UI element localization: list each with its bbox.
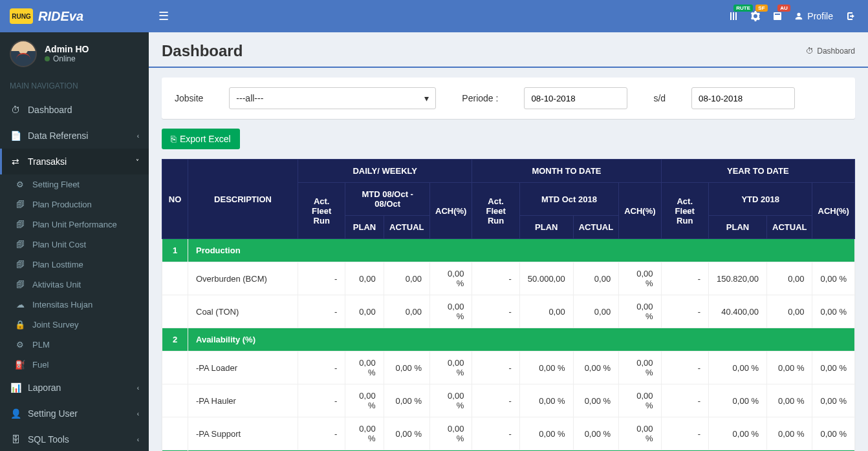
sidebar-item-setting-user[interactable]: 👤Setting User‹ (0, 401, 149, 426)
cell-desc: -PA Hauler (188, 384, 298, 417)
cell: - (298, 384, 345, 417)
cell: 150.820,00 (708, 262, 766, 295)
cell: - (298, 262, 345, 295)
cell: 0,00 % (619, 417, 661, 450)
sidebar-sub-setting-fleet[interactable]: ⚙Setting Fleet (0, 174, 149, 194)
notebook-icon[interactable]: AU (772, 11, 783, 21)
th-mtd-m: MTD Oct 2018 (519, 183, 618, 216)
cell: 0,00 % (573, 417, 618, 450)
cell: 0,00 % (384, 417, 429, 450)
cell: 0,00 % (619, 295, 661, 328)
cell: - (298, 417, 345, 450)
nav-icon: 🗐 (14, 220, 26, 229)
cell: 0,00 % (812, 262, 855, 295)
nav-icon: 📄 (10, 131, 21, 141)
au-badge: AU (777, 5, 790, 12)
cell: - (472, 295, 519, 328)
sf-badge: SF (755, 5, 767, 12)
cell: - (661, 295, 708, 328)
nav-icon: ⚙ (14, 180, 26, 189)
avatar (10, 40, 37, 67)
cell-desc: Coal (TON) (188, 295, 298, 328)
cell: 0,00 % (430, 351, 472, 384)
cell: - (661, 262, 708, 295)
cell: 0,00 % (708, 417, 766, 450)
nav-label: Setting User (28, 408, 78, 419)
sidebar-sub-plm[interactable]: ⚙PLM (0, 335, 149, 355)
sidebar: Admin HO Online MAIN NAVIGATION ⏱Dashboa… (0, 32, 149, 451)
sidebar-item-data-referensi[interactable]: 📄Data Referensi‹ (0, 123, 149, 149)
nav-label: Joint Survey (32, 320, 79, 330)
cell: 0,00 % (345, 417, 384, 450)
chevron-icon: ‹ (137, 384, 139, 392)
nav-label: Setting Fleet (32, 180, 80, 189)
section-title: Production (188, 239, 855, 262)
th-afr2: Act. Fleet Run (472, 183, 519, 239)
cell: 0,00 % (384, 351, 429, 384)
cell-desc: -PA Loader (188, 351, 298, 384)
roadmap-icon[interactable]: RUTE (728, 11, 739, 21)
cell: 0,00 (345, 262, 384, 295)
date-to-input[interactable] (691, 87, 795, 109)
logout-icon[interactable] (845, 11, 855, 21)
cell: 0,00 % (812, 295, 855, 328)
nav-label: Aktivitas Unit (32, 280, 81, 289)
sidebar-sub-plan-production[interactable]: 🗐Plan Production (0, 194, 149, 215)
chevron-icon: ˅ (136, 158, 139, 165)
cell: 0,00 % (430, 262, 472, 295)
sidebar-sub-intensitas-hujan[interactable]: ☁Intensitas Hujan (0, 295, 149, 315)
table-row: Overburden (BCM) -0,000,000,00 % -50.000… (162, 262, 855, 295)
sidebar-item-transaksi[interactable]: ⇄Transaksi˅ (0, 149, 149, 174)
chevron-icon: ‹ (137, 410, 139, 417)
cell: 0,00 % (767, 384, 812, 417)
profile-link[interactable]: Profile (794, 11, 833, 21)
export-excel-button[interactable]: ⎘ Export Excel (162, 129, 240, 149)
th-actual2: ACTUAL (573, 216, 618, 239)
table-row: -PA Hauler -0,00 %0,00 %0,00 % -0,00 %0,… (162, 384, 855, 417)
cell: 0,00 (519, 295, 573, 328)
hamburger-icon[interactable]: ☰ (149, 9, 179, 23)
th-mtd-dw: MTD 08/Oct - 08/Oct (345, 183, 430, 216)
cell: 0,00 % (519, 417, 573, 450)
cell: - (298, 351, 345, 384)
th-afr1: Act. Fleet Run (298, 183, 345, 239)
cell: 0,00 (384, 262, 429, 295)
sidebar-sub-fuel[interactable]: ⛽Fuel (0, 355, 149, 375)
cell: 0,00 % (573, 384, 618, 417)
nav-label: Dashboard (28, 105, 72, 115)
sidebar-item-laporan[interactable]: 📊Laporan‹ (0, 375, 149, 401)
nav-icon: 📊 (10, 383, 21, 393)
nav-label: Plan Production (32, 200, 92, 209)
sidebar-item-sql-tools[interactable]: 🗄SQL Tools‹ (0, 426, 149, 451)
th-ytd-y: YTD 2018 (708, 183, 812, 216)
cell: 0,00 % (812, 351, 855, 384)
periode-label: Periode : (462, 93, 498, 103)
sidebar-sub-aktivitas-unit[interactable]: 🗐Aktivitas Unit (0, 275, 149, 295)
sidebar-sub-joint-survey[interactable]: 🔒Joint Survey (0, 315, 149, 335)
nav-label: Laporan (28, 383, 61, 393)
th-desc: DESCRIPTION (188, 160, 298, 239)
cell: 0,00 % (812, 384, 855, 417)
nav-icon: ⇄ (10, 156, 21, 167)
cell: 0,00 % (430, 295, 472, 328)
nav-label: Data Referensi (28, 131, 88, 141)
user-status: Online (45, 54, 89, 63)
jobsite-select[interactable]: ---all--- ▾ (229, 87, 436, 109)
logo[interactable]: RUNG RIDEva (0, 0, 149, 32)
profile-label: Profile (807, 11, 833, 21)
cell: 0,00 % (619, 262, 661, 295)
cell: 0,00 % (767, 417, 812, 450)
th-actual1: ACTUAL (384, 216, 429, 239)
gear-icon[interactable]: SF (750, 11, 761, 21)
sidebar-sub-plan-losttime[interactable]: 🗐Plan Losttime (0, 255, 149, 275)
nav-header: MAIN NAVIGATION (0, 75, 149, 97)
sidebar-sub-plan-unit-performance[interactable]: 🗐Plan Unit Performance (0, 215, 149, 235)
date-from-input[interactable] (524, 87, 627, 109)
th-ach2: ACH(%) (619, 183, 661, 239)
sidebar-item-dashboard[interactable]: ⏱Dashboard (0, 97, 149, 123)
cell: - (472, 262, 519, 295)
nav-label: Transaksi (28, 156, 67, 167)
user-name: Admin HO (45, 44, 89, 54)
sidebar-sub-plan-unit-cost[interactable]: 🗐Plan Unit Cost (0, 235, 149, 255)
section-row: 2Availability (%) (162, 328, 855, 351)
